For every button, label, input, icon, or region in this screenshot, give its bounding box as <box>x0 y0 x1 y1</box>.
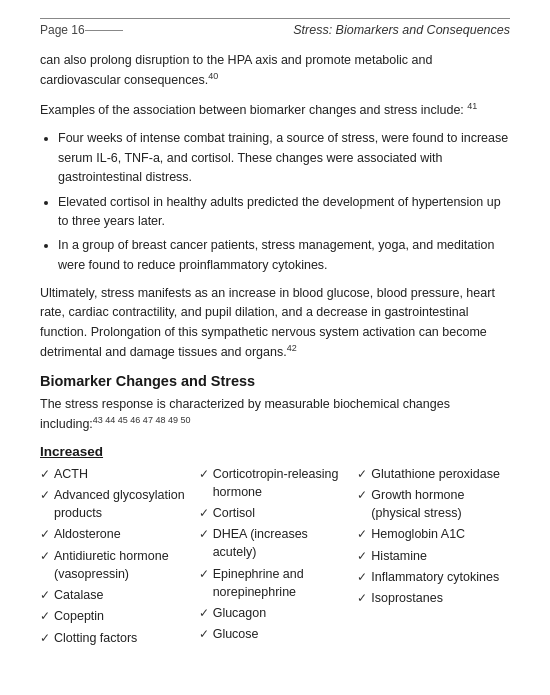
check-item: ✓ Epinephrine and norepinephrine <box>199 565 352 601</box>
page-header: Page 16 Stress: Biomarkers and Consequen… <box>40 18 510 37</box>
check-item: ✓ Glucose <box>199 625 352 643</box>
check-item: ✓ Copeptin <box>40 607 193 625</box>
checkmark-icon: ✓ <box>357 590 367 607</box>
check-item: ✓ Corticotropin-releasing hormone <box>199 465 352 501</box>
check-item: ✓ Catalase <box>40 586 193 604</box>
bullet-list: Four weeks of intense combat training, a… <box>58 129 510 275</box>
paragraph-2: Examples of the association between biom… <box>40 100 510 121</box>
checkmark-icon: ✓ <box>40 526 50 543</box>
check-item: ✓ Glucagon <box>199 604 352 622</box>
checkmark-icon: ✓ <box>199 605 209 622</box>
paragraph-1: can also prolong disruption to the HPA a… <box>40 51 510 91</box>
checkmark-icon: ✓ <box>40 630 50 647</box>
header-divider <box>85 30 123 31</box>
checkmark-icon: ✓ <box>40 608 50 625</box>
check-item: ✓ Glutathione peroxidase <box>357 465 510 483</box>
check-item: ✓ Aldosterone <box>40 525 193 543</box>
checkmark-icon: ✓ <box>199 466 209 483</box>
check-columns: ✓ ACTH ✓ Advanced glycosylation products… <box>40 465 510 647</box>
checkmark-icon: ✓ <box>40 466 50 483</box>
check-item: ✓ Cortisol <box>199 504 352 522</box>
check-column-2: ✓ Corticotropin-releasing hormone ✓ Cort… <box>199 465 352 647</box>
check-item: ✓ DHEA (increases acutely) <box>199 525 352 561</box>
check-item: ✓ Inflammatory cytokines <box>357 568 510 586</box>
checkmark-icon: ✓ <box>199 505 209 522</box>
sub-heading: Increased <box>40 444 510 459</box>
check-column-1: ✓ ACTH ✓ Advanced glycosylation products… <box>40 465 193 647</box>
checkmark-icon: ✓ <box>357 526 367 543</box>
checkmark-icon: ✓ <box>40 487 50 504</box>
section-heading: Biomarker Changes and Stress <box>40 373 510 389</box>
checkmark-icon: ✓ <box>357 569 367 586</box>
checkmark-icon: ✓ <box>40 548 50 565</box>
check-item: ✓ Clotting factors <box>40 629 193 647</box>
check-item: ✓ Isoprostanes <box>357 589 510 607</box>
checkmark-icon: ✓ <box>357 466 367 483</box>
check-item: ✓ Advanced glycosylation products <box>40 486 193 522</box>
checkmark-icon: ✓ <box>357 548 367 565</box>
list-item: Four weeks of intense combat training, a… <box>58 129 510 187</box>
checkmark-icon: ✓ <box>40 587 50 604</box>
checkmark-icon: ✓ <box>199 566 209 583</box>
check-item: ✓ Growth hormone (physical stress) <box>357 486 510 522</box>
paragraph-3: Ultimately, stress manifests as an incre… <box>40 284 510 363</box>
checkmark-icon: ✓ <box>357 487 367 504</box>
page-container: Page 16 Stress: Biomarkers and Consequen… <box>0 0 550 695</box>
checkmark-icon: ✓ <box>199 526 209 543</box>
chapter-title: Stress: Biomarkers and Consequences <box>133 23 510 37</box>
check-item: ✓ Antidiuretic hormone (vasopressin) <box>40 547 193 583</box>
check-item: ✓ Histamine <box>357 547 510 565</box>
section-intro: The stress response is characterized by … <box>40 395 510 435</box>
page-number: Page 16 <box>40 23 85 37</box>
check-item: ✓ ACTH <box>40 465 193 483</box>
checkmark-icon: ✓ <box>199 626 209 643</box>
check-column-3: ✓ Glutathione peroxidase ✓ Growth hormon… <box>357 465 510 647</box>
list-item: Elevated cortisol in healthy adults pred… <box>58 193 510 232</box>
list-item: In a group of breast cancer patients, st… <box>58 236 510 275</box>
check-item: ✓ Hemoglobin A1C <box>357 525 510 543</box>
